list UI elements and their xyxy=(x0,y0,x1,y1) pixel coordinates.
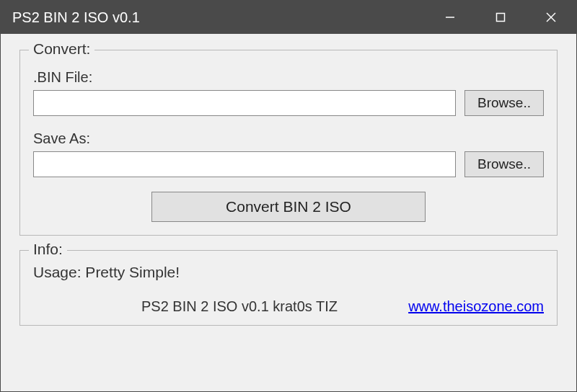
titlebar: PS2 BIN 2 ISO v0.1 xyxy=(1,1,576,34)
minimize-button[interactable] xyxy=(425,1,475,34)
save-as-label: Save As: xyxy=(33,130,544,147)
convert-button[interactable]: Convert BIN 2 ISO xyxy=(151,192,426,222)
usage-text: Usage: Pretty Simple! xyxy=(33,264,544,281)
maximize-button[interactable] xyxy=(475,1,526,34)
bin-file-label: .BIN File: xyxy=(33,69,544,86)
bin-file-input[interactable] xyxy=(33,90,456,116)
svg-rect-1 xyxy=(497,14,505,22)
save-as-browse-button[interactable]: Browse.. xyxy=(464,151,544,177)
close-icon xyxy=(545,12,557,23)
convert-legend: Convert: xyxy=(29,40,94,58)
maximize-icon xyxy=(495,12,506,23)
info-bottom-row: PS2 BIN 2 ISO v0.1 krat0s TIZ www.theiso… xyxy=(33,298,544,315)
app-window: PS2 BIN 2 ISO v0.1 Convert: .BIN File: B… xyxy=(0,0,577,392)
minimize-icon xyxy=(444,12,456,23)
save-as-input[interactable] xyxy=(33,151,456,177)
convert-button-row: Convert BIN 2 ISO xyxy=(33,192,544,222)
website-link[interactable]: www.theisozone.com xyxy=(408,298,544,315)
info-legend: Info: xyxy=(29,241,67,258)
version-text: PS2 BIN 2 ISO v0.1 krat0s TIZ xyxy=(141,298,338,315)
bin-browse-button[interactable]: Browse.. xyxy=(464,90,544,116)
bin-file-row: Browse.. xyxy=(33,90,544,116)
client-area: Convert: .BIN File: Browse.. Save As: Br… xyxy=(1,34,576,342)
window-controls xyxy=(425,1,576,34)
convert-groupbox: Convert: .BIN File: Browse.. Save As: Br… xyxy=(19,50,558,236)
close-button[interactable] xyxy=(526,1,576,34)
save-as-row: Browse.. xyxy=(33,151,544,177)
info-groupbox: Info: Usage: Pretty Simple! PS2 BIN 2 IS… xyxy=(19,250,558,326)
window-title: PS2 BIN 2 ISO v0.1 xyxy=(12,9,140,26)
